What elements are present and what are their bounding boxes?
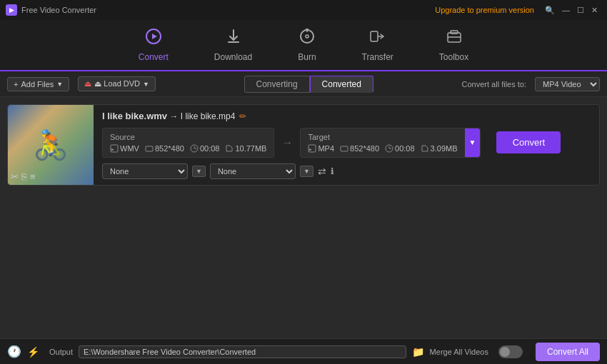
nav-burn[interactable]: Burn xyxy=(289,22,324,68)
toolbar: + Add Files ▼ ⏏ ⏏ Load DVD ▼ Converting … xyxy=(0,71,607,97)
effect2-dropdown-arrow[interactable]: ▼ xyxy=(300,166,313,177)
plus-icon: + xyxy=(14,80,18,89)
svg-rect-6 xyxy=(371,31,378,41)
title-left: ▶ Free Video Converter xyxy=(6,4,96,16)
tabs-area: Converting Converted xyxy=(164,76,453,93)
main-content: ✂ ⎘ ≡ I like bike.wmv → I like bike.mp4 … xyxy=(0,97,607,338)
nav-download[interactable]: Download xyxy=(206,22,261,68)
search-icon[interactable]: 🔍 xyxy=(541,4,558,16)
target-box: Target ▶ MP4 852*480 xyxy=(301,128,464,157)
load-dvd-button[interactable]: ⏏ ⏏ Load DVD ▼ xyxy=(78,76,156,91)
svg-rect-9 xyxy=(451,31,458,34)
nav-transfer[interactable]: Transfer xyxy=(353,22,402,68)
svg-rect-5 xyxy=(306,29,308,31)
restore-button[interactable]: ☐ xyxy=(573,4,588,16)
lightning-icon[interactable]: ⚡ xyxy=(27,346,39,358)
target-details: ▶ MP4 852*480 00:08 xyxy=(308,144,457,153)
burn-icon xyxy=(299,28,316,49)
nav-convert-label: Convert xyxy=(139,52,169,62)
source-size: 10.77MB xyxy=(225,144,266,153)
source-duration: 00:08 xyxy=(190,144,220,153)
arrow-right-icon: → xyxy=(281,136,293,149)
close-button[interactable]: ✕ xyxy=(588,4,601,16)
output-path-input[interactable] xyxy=(79,345,406,358)
effect1-dropdown-arrow[interactable]: ▼ xyxy=(192,166,206,177)
target-duration-value: 00:08 xyxy=(395,144,415,153)
effect1-select[interactable]: None xyxy=(102,163,188,179)
target-size: 3.09MB xyxy=(421,144,458,153)
source-target-row: Source ▶ WMV 852*480 00:08 xyxy=(102,126,591,159)
tab-converting[interactable]: Converting xyxy=(244,76,310,93)
target-format-value: MP4 xyxy=(318,144,334,153)
nav-transfer-label: Transfer xyxy=(362,52,393,62)
target-title: Target xyxy=(308,133,457,141)
nav-convert[interactable]: Convert xyxy=(130,22,177,68)
footer: 🕐 ⚡ Output 📁 Merge All Videos Convert Al… xyxy=(0,338,607,364)
source-resolution-value: 852*480 xyxy=(155,144,184,153)
nav-download-label: Download xyxy=(214,52,252,62)
source-format-value: WMV xyxy=(120,144,139,153)
toolbox-icon xyxy=(446,28,463,49)
upgrade-link[interactable]: Upgrade to premium version xyxy=(435,6,534,14)
target-duration: 00:08 xyxy=(385,144,415,153)
target-box-wrapper: Target ▶ MP4 852*480 xyxy=(300,128,481,158)
history-icon[interactable]: 🕐 xyxy=(7,345,21,358)
source-format: ▶ WMV xyxy=(110,144,139,153)
file-info: I like bike.wmv → I like bike.mp4 ✏ Sour… xyxy=(94,105,599,185)
list-icon[interactable]: ≡ xyxy=(30,171,36,182)
add-files-dropdown-arrow[interactable]: ▼ xyxy=(56,81,63,88)
copy-icon[interactable]: ⎘ xyxy=(21,171,27,182)
target-resolution: 852*480 xyxy=(340,144,379,153)
merge-label: Merge All Videos xyxy=(430,348,488,356)
file-row: ✂ ⎘ ≡ I like bike.wmv → I like bike.mp4 … xyxy=(7,104,600,186)
source-duration-value: 00:08 xyxy=(200,144,220,153)
merge-arrows-icon[interactable]: ⇄ xyxy=(318,166,326,177)
nav-toolbox[interactable]: Toolbox xyxy=(431,22,477,68)
effect2-select[interactable]: None xyxy=(210,163,296,179)
load-dvd-dropdown-arrow[interactable]: ▼ xyxy=(143,81,149,88)
merge-toggle[interactable] xyxy=(498,345,523,358)
transfer-icon xyxy=(369,28,386,49)
convert-all-label: Convert all files to: xyxy=(462,80,526,89)
nav-bar: Convert Download Burn xyxy=(0,20,607,71)
tab-converted[interactable]: Converted xyxy=(310,76,373,93)
convert-btn-area: Convert xyxy=(488,126,569,159)
add-files-label: Add Files xyxy=(21,80,54,89)
convert-button[interactable]: Convert xyxy=(496,131,561,153)
svg-rect-13 xyxy=(146,146,153,151)
source-box: Source ▶ WMV 852*480 00:08 xyxy=(102,128,274,158)
target-size-value: 3.09MB xyxy=(431,144,458,153)
output-label: Output xyxy=(49,348,73,356)
edit-filename-icon[interactable]: ✏ xyxy=(239,111,246,121)
minimize-button[interactable]: — xyxy=(558,4,573,16)
svg-marker-1 xyxy=(152,34,157,39)
target-format: ▶ MP4 xyxy=(308,144,334,153)
title-bar: ▶ Free Video Converter Upgrade to premiu… xyxy=(0,0,607,20)
add-files-button[interactable]: + Add Files ▼ xyxy=(7,77,69,91)
svg-point-3 xyxy=(306,35,308,38)
source-size-value: 10.77MB xyxy=(235,144,266,153)
thumb-controls: ✂ ⎘ ≡ xyxy=(11,171,36,182)
target-file-name: I like bike.mp4 xyxy=(181,111,236,121)
app-title: Free Video Converter xyxy=(21,6,96,14)
load-dvd-label: ⏏ Load DVD xyxy=(94,79,140,89)
convert-all-button[interactable]: Convert All xyxy=(536,343,600,361)
cut-icon[interactable]: ✂ xyxy=(11,171,19,182)
download-icon xyxy=(225,28,242,49)
file-name: I like bike.wmv xyxy=(102,111,167,121)
app-logo: ▶ xyxy=(6,4,17,16)
thumbnail-area: ✂ ⎘ ≡ xyxy=(8,105,94,185)
effect-row: None ▼ None ▼ ⇄ ℹ xyxy=(102,163,591,179)
info-icon[interactable]: ℹ xyxy=(331,166,334,176)
dvd-icon: ⏏ xyxy=(84,79,91,89)
svg-text:▶: ▶ xyxy=(111,147,114,151)
folder-icon[interactable]: 📁 xyxy=(412,346,424,358)
convert-icon xyxy=(145,28,162,49)
source-details: ▶ WMV 852*480 00:08 1 xyxy=(110,144,266,153)
format-select[interactable]: MP4 Video AVI Video MOV Video xyxy=(535,77,600,91)
target-dropdown-button[interactable]: ▼ xyxy=(465,128,481,157)
svg-text:▶: ▶ xyxy=(309,147,312,151)
nav-toolbox-label: Toolbox xyxy=(439,52,468,62)
source-title: Source xyxy=(110,133,266,141)
svg-rect-19 xyxy=(341,146,348,151)
